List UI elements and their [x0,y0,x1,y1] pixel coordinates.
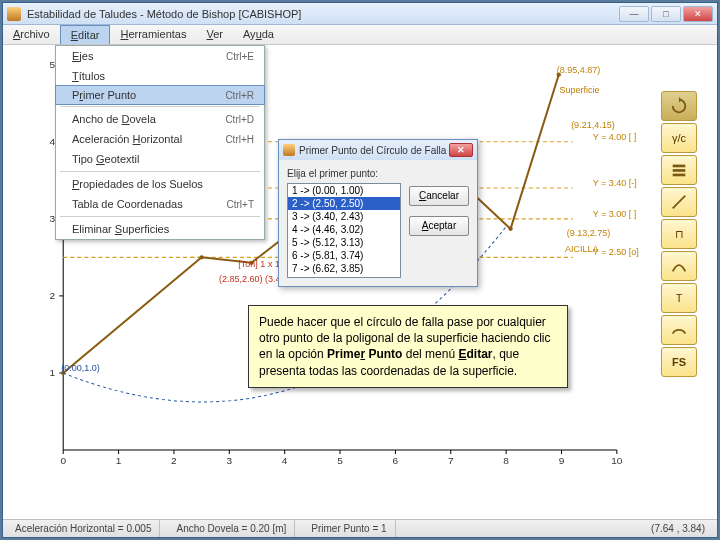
svg-text:10: 10 [611,455,623,466]
dialog-prompt: Elija el primer punto: [287,168,401,179]
statusbar: Aceleración Horizontal = 0.005 Ancho Dov… [3,519,717,537]
dialog-close-button[interactable]: ✕ [449,143,473,157]
tool-fs-button[interactable]: FS [661,347,697,377]
menu-label: Ayuda [243,28,274,40]
points-listbox[interactable]: 1 -> (0.00, 1.00)2 -> (2.50, 2.50)3 -> (… [287,183,401,278]
minimize-button[interactable]: — [619,6,649,22]
menu-item-aceleraci-n-horizontal[interactable]: Aceleración HorizontalCtrl+H [56,129,264,149]
workspace: 01234567891012345 (8.95,4.87)Superficie(… [3,45,717,519]
menu-ayuda[interactable]: Ayuda [233,25,284,44]
plot-annotation: (9.13,2.75) [567,228,611,238]
tool-line-icon[interactable] [661,187,697,217]
tool-gamma-c-button[interactable]: γ/c [661,123,697,153]
svg-text:9: 9 [559,455,565,466]
dialog-icon [283,144,295,156]
app-window: Estabilidad de Taludes - Método de Bisho… [2,2,718,538]
svg-rect-50 [673,174,686,177]
svg-text:5: 5 [337,455,343,466]
plot-annotation: Y = 2.50 [o] [593,247,639,257]
svg-text:3: 3 [226,455,232,466]
menu-archivo[interactable]: Archivo [3,25,60,44]
status-accel: Aceleración Horizontal = 0.005 [7,520,160,537]
menu-label: rchivo [20,28,49,40]
plot-annotation: Y = 3.40 [-] [593,178,637,188]
menu-label: erramientas [128,28,186,40]
list-option[interactable]: 2 -> (2.50, 2.50) [288,197,400,210]
menu-separator [60,106,260,107]
plot-annotation: (0.00,1.0) [61,363,100,373]
list-option[interactable]: 3 -> (3.40, 2.43) [288,210,400,223]
help-tooltip: Puede hacer que el círculo de falla pase… [248,305,568,388]
menu-item-t-tulos[interactable]: Títulos [56,66,264,86]
close-button[interactable]: ✕ [683,6,713,22]
svg-text:1: 1 [50,367,56,378]
svg-text:0: 0 [60,455,66,466]
plot-annotation: Y = 4.00 [ ] [593,132,637,142]
menu-item-ancho-de-dovela[interactable]: Ancho de DovelaCtrl+D [56,109,264,129]
plot-annotation: (9.21,4.15) [571,120,615,130]
menu-label: er [213,28,223,40]
svg-text:8: 8 [503,455,509,466]
list-option[interactable]: 6 -> (5.81, 3.74) [288,249,400,262]
svg-rect-48 [673,165,686,168]
svg-text:7: 7 [448,455,454,466]
list-option[interactable]: 1 -> (0.00, 1.00) [288,184,400,197]
svg-text:2: 2 [50,290,56,301]
plot-annotation: Y = 3.00 [ ] [593,209,637,219]
app-icon [7,7,21,21]
menubar: Archivo Editar Herramientas Ver Ayuda [3,25,717,45]
svg-point-40 [199,255,203,259]
menu-herramientas[interactable]: Herramientas [110,25,196,44]
menu-item-primer-punto[interactable]: Primer PuntoCtrl+R [55,85,265,105]
menu-item-tabla-de-coordenadas[interactable]: Tabla de CoordenadasCtrl+T [56,194,264,214]
primer-punto-dialog: Primer Punto del Círculo de Falla ✕ Elij… [278,139,478,287]
menu-item-eliminar-superficies[interactable]: Eliminar Superficies [56,219,264,239]
tool-pi-button[interactable]: ⊓ [661,219,697,249]
cancel-button[interactable]: Cancelar [409,186,469,206]
status-dovela: Ancho Dovela = 0.20 [m] [168,520,295,537]
list-option[interactable]: 8 -> (8.08, 2.87) [288,275,400,278]
maximize-button[interactable]: □ [651,6,681,22]
menu-editar[interactable]: Editar [60,25,111,44]
menu-item-ejes[interactable]: EjesCtrl+E [56,46,264,66]
list-option[interactable]: 5 -> (5.12, 3.13) [288,236,400,249]
editar-dropdown[interactable]: EjesCtrl+ETítulosPrimer PuntoCtrl+RAncho… [55,45,265,240]
menu-separator [60,171,260,172]
menu-item-tipo-geotextil[interactable]: Tipo Geotextil [56,149,264,169]
list-option[interactable]: 7 -> (6.62, 3.85) [288,262,400,275]
menu-separator [60,216,260,217]
dialog-titlebar: Primer Punto del Círculo de Falla ✕ [279,140,477,160]
plot-annotation: (8.95,4.87) [557,65,601,75]
tool-layers-icon[interactable] [661,155,697,185]
menu-label: ditar [78,29,99,41]
svg-text:4: 4 [282,455,288,466]
status-coord: (7.64 , 3.84) [643,520,713,537]
accept-button[interactable]: Aceptar [409,216,469,236]
status-primer: Primer Punto = 1 [303,520,395,537]
svg-point-46 [508,227,512,231]
svg-rect-49 [673,169,686,172]
tool-arc-icon[interactable] [661,315,697,345]
menu-ver[interactable]: Ver [196,25,233,44]
right-toolbar: γ/c ⊓ T FS [661,91,699,377]
svg-text:6: 6 [393,455,399,466]
svg-line-51 [673,196,686,209]
tool-curve-icon[interactable] [661,251,697,281]
app-title: Estabilidad de Taludes - Método de Bisho… [27,8,619,20]
dialog-body: Elija el primer punto: 1 -> (0.00, 1.00)… [279,160,477,286]
titlebar: Estabilidad de Taludes - Método de Bisho… [3,3,717,25]
tool-text-button[interactable]: T [661,283,697,313]
tool-rotate-icon[interactable] [661,91,697,121]
plot-annotation: Superficie [560,85,600,95]
list-option[interactable]: 4 -> (4.46, 3.02) [288,223,400,236]
dialog-title: Primer Punto del Círculo de Falla [299,145,449,156]
svg-text:2: 2 [171,455,177,466]
window-buttons: — □ ✕ [619,6,713,22]
menu-item-propiedades-de-los-suelos[interactable]: Propiedades de los Suelos [56,174,264,194]
svg-text:1: 1 [116,455,122,466]
